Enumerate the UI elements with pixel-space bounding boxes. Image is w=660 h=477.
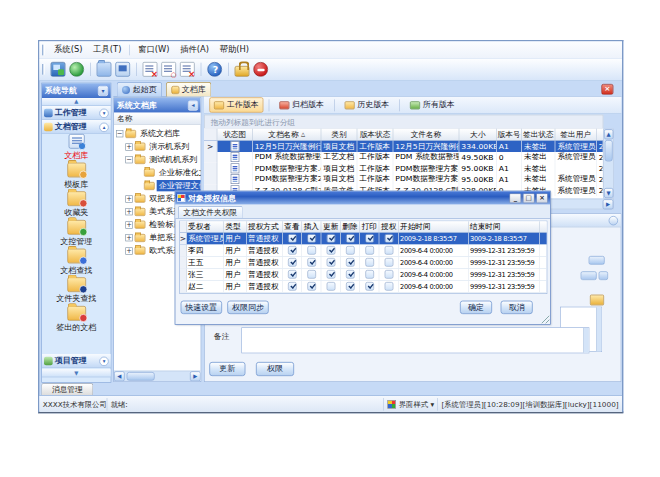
checkbox-unchecked[interactable] [384, 258, 393, 267]
permission-row[interactable]: 王五用户普通授权2009-6-4 0:00:009999-12-31 23:59… [180, 257, 547, 269]
permission-cell[interactable] [302, 281, 321, 292]
tree-panel-button[interactable]: ◂ [188, 100, 198, 110]
permission-cell[interactable] [321, 281, 340, 292]
sidebar-item[interactable]: 文档库 [42, 134, 111, 161]
permission-cell[interactable] [341, 245, 360, 256]
toolbar-grip[interactable] [42, 64, 45, 75]
expand-icon[interactable]: + [125, 247, 132, 254]
doc-close-icon[interactable] [180, 62, 195, 77]
sidebar-item[interactable]: 文控管理 [42, 220, 111, 247]
menu-item[interactable]: 帮助(H) [214, 42, 254, 57]
menu-item[interactable]: 插件(A) [175, 42, 215, 57]
checkbox-unchecked[interactable] [346, 246, 355, 255]
checkbox-checked[interactable] [326, 258, 335, 267]
permission-cell[interactable] [341, 281, 360, 292]
column-header[interactable]: 更新 [321, 221, 340, 232]
checkbox-checked[interactable] [307, 258, 316, 267]
column-header[interactable]: 打印 [360, 221, 379, 232]
ok-button[interactable]: 确定 [460, 301, 492, 314]
doc-refresh-icon[interactable] [161, 62, 176, 77]
column-header[interactable]: 授权方式 [247, 221, 283, 232]
checkbox-checked[interactable] [288, 258, 297, 267]
column-header[interactable]: 删除 [341, 221, 360, 232]
column-header[interactable]: 文档名称△ [253, 129, 322, 140]
sidebar-scroll-up[interactable]: ▲ [42, 98, 111, 106]
permission-cell[interactable] [341, 257, 360, 268]
cancel-button[interactable]: 取消 [501, 301, 533, 314]
version-tab-1[interactable]: 归档版本 [275, 97, 329, 112]
maximize-button[interactable]: □ [523, 193, 535, 203]
permission-cell[interactable] [302, 233, 321, 244]
checkbox-unchecked[interactable] [365, 270, 374, 279]
permission-cell[interactable] [360, 245, 379, 256]
scroll-left-icon[interactable]: ◀ [114, 371, 125, 381]
scroll-right-icon[interactable]: ▶ [603, 199, 614, 209]
checkbox-checked[interactable] [346, 270, 355, 279]
sidebar-group-work[interactable]: 工作管理▾ [42, 106, 111, 120]
permission-button[interactable]: 权限 [256, 362, 294, 376]
help-icon[interactable] [207, 62, 222, 77]
scrollbar[interactable] [596, 307, 601, 351]
exit-icon[interactable] [253, 62, 268, 77]
sidebar-menu-button[interactable]: ▾ [98, 86, 108, 96]
checkbox-checked[interactable] [288, 246, 297, 255]
checkbox-unchecked[interactable] [326, 282, 335, 291]
checkbox-checked[interactable] [346, 234, 355, 243]
permission-cell[interactable] [302, 269, 321, 280]
ellipsis-button[interactable] [581, 271, 597, 280]
column-header[interactable]: 插入 [302, 221, 321, 232]
checkbox-checked[interactable] [326, 234, 335, 243]
close-button[interactable]: × [536, 193, 548, 203]
table-vertical-scrollbar[interactable]: ▲▼ [603, 129, 614, 199]
checkbox-checked[interactable] [346, 258, 355, 267]
column-header[interactable]: 签出状态 [522, 129, 555, 140]
permission-cell[interactable] [360, 233, 379, 244]
permission-cell[interactable] [283, 281, 302, 292]
checkbox-checked[interactable] [288, 234, 297, 243]
permission-cell[interactable] [283, 233, 302, 244]
checkbox-checked[interactable] [365, 234, 374, 243]
sidebar-scroll-down[interactable]: ▼ [42, 369, 111, 377]
checkbox[interactable] [599, 271, 608, 280]
tree-node[interactable]: +演示机系列 [125, 140, 191, 153]
checkbox-unchecked[interactable] [384, 282, 393, 291]
tab-document-folder-permissions[interactable]: 文档文件夹权限 [178, 206, 242, 218]
tab-start-page[interactable]: 起始页 [117, 82, 162, 97]
tab-message-management[interactable]: 消息管理 [41, 383, 93, 395]
permission-cell[interactable] [360, 269, 379, 280]
permission-cell[interactable] [341, 269, 360, 280]
lock-icon[interactable] [235, 66, 250, 77]
tab-document-library[interactable]: 文档库 [166, 82, 211, 97]
column-header[interactable]: 签出用户 [555, 129, 596, 140]
permission-row[interactable]: >系统管理员用户普通授权2009-2-18 8:35:573009-2-18 8… [180, 233, 547, 245]
permission-cell[interactable] [321, 233, 340, 244]
group-toggle-icon[interactable]: ▾ [99, 356, 108, 365]
expand-icon[interactable]: + [125, 208, 132, 215]
table-row[interactable]: PDM数据整理方案2.doc项目文档工作版本PDM数据整理方案2.doc95.0… [204, 174, 603, 185]
scroll-up-icon[interactable]: ▲ [604, 129, 613, 139]
remark-textarea[interactable] [241, 327, 589, 353]
folder-open-icon[interactable] [97, 62, 112, 77]
tree-node[interactable]: −测试机机系列 [125, 153, 199, 166]
property-field[interactable] [579, 270, 608, 281]
checkbox-unchecked[interactable] [307, 246, 316, 255]
column-header[interactable]: 状态图 [217, 129, 252, 140]
permission-cell[interactable] [379, 233, 398, 244]
checkbox-checked[interactable] [288, 282, 297, 291]
checkbox-unchecked[interactable] [307, 270, 316, 279]
column-header[interactable]: 开始时间 [399, 221, 469, 232]
permission-row[interactable]: 张三用户普通授权2009-6-4 0:00:009999-12-31 23:59… [180, 269, 547, 281]
permission-cell[interactable] [379, 245, 398, 256]
menu-item[interactable]: 系统(S) [49, 42, 88, 57]
doc-delete-icon[interactable] [143, 62, 158, 77]
permission-cell[interactable] [321, 257, 340, 268]
group-toggle-icon[interactable]: ▴ [99, 122, 108, 131]
scroll-down-icon[interactable]: ▼ [604, 188, 613, 198]
table-row[interactable]: PDM 系统数据整理检...工艺文档工作版本PDM 系统数据整理...49.50… [204, 152, 603, 163]
permission-cell[interactable] [321, 245, 340, 256]
minimize-button[interactable]: _ [509, 193, 521, 203]
column-header[interactable]: 大小 [459, 129, 496, 140]
permission-cell[interactable] [302, 257, 321, 268]
tree-column-header[interactable]: 名称 [114, 113, 201, 125]
expand-icon[interactable]: + [125, 143, 132, 150]
